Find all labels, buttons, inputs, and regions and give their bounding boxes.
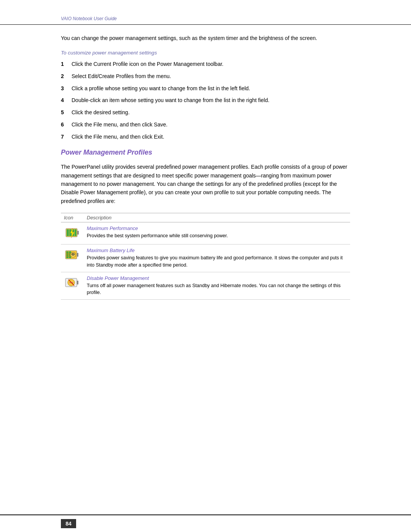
step-number: 2 bbox=[61, 72, 72, 81]
section-title: Power Management Profiles bbox=[61, 149, 350, 157]
svg-rect-2 bbox=[67, 229, 69, 236]
svg-rect-5 bbox=[75, 229, 76, 236]
step-text: Click the File menu, and then click Exit… bbox=[72, 133, 350, 141]
profile-name: Maximum Performance bbox=[87, 225, 347, 231]
profile-description: Turns off all power management features … bbox=[87, 283, 341, 296]
table-row: OFF Disable Power Management Turns off a… bbox=[61, 272, 350, 300]
svg-point-14 bbox=[70, 252, 76, 257]
list-item: 5 Click the desired setting. bbox=[61, 109, 350, 117]
maximum-performance-icon bbox=[65, 225, 80, 241]
step-text: Select Edit/Create Profiles from the men… bbox=[72, 72, 350, 81]
disable-power-management-icon: OFF bbox=[65, 275, 80, 291]
step-text: Double-click an item whose setting you w… bbox=[72, 96, 350, 105]
step-number: 4 bbox=[61, 96, 72, 105]
page-number: 84 bbox=[61, 519, 76, 528]
svg-rect-15 bbox=[72, 253, 73, 254]
icon-cell bbox=[61, 222, 84, 244]
step-number: 5 bbox=[61, 109, 72, 117]
icon-cell bbox=[61, 244, 84, 272]
step-text: Click the Current Profile icon on the Po… bbox=[72, 60, 350, 69]
col-header-desc: Description bbox=[84, 213, 350, 222]
intro-paragraph: You can change the power management sett… bbox=[61, 34, 350, 42]
table-row: Maximum Performance Provides the best sy… bbox=[61, 222, 350, 244]
profiles-table: Icon Description bbox=[61, 213, 350, 300]
profile-desc-cell: Disable Power Management Turns off all p… bbox=[84, 272, 350, 300]
table-row: Maximum Battery Life Provides power savi… bbox=[61, 244, 350, 272]
page-container: VAIO Notebook User Guide You can change … bbox=[0, 0, 411, 532]
svg-rect-8 bbox=[77, 253, 78, 257]
step-number: 3 bbox=[61, 85, 72, 93]
svg-rect-16 bbox=[73, 253, 74, 254]
step-number: 6 bbox=[61, 121, 72, 129]
step-text: Click the desired setting. bbox=[72, 109, 350, 117]
profile-description: Provides the best system performance whi… bbox=[87, 233, 228, 238]
max-perf-svg bbox=[65, 226, 80, 240]
list-item: 2 Select Edit/Create Profiles from the m… bbox=[61, 72, 350, 81]
list-item: 3 Click a profile whose setting you want… bbox=[61, 85, 350, 93]
list-item: 4 Double-click an item whose setting you… bbox=[61, 96, 350, 105]
list-item: 7 Click the File menu, and then click Ex… bbox=[61, 133, 350, 141]
breadcrumb: VAIO Notebook User Guide bbox=[61, 16, 117, 21]
steps-list: 1 Click the Current Profile icon on the … bbox=[61, 60, 350, 141]
list-item: 6 Click the File menu, and then click Sa… bbox=[61, 121, 350, 129]
profile-description: Provides power saving features to give y… bbox=[87, 255, 343, 268]
svg-rect-18 bbox=[77, 281, 78, 284]
profile-name: Maximum Battery Life bbox=[87, 248, 347, 253]
col-header-icon: Icon bbox=[61, 213, 84, 222]
maximum-battery-life-icon bbox=[65, 248, 80, 263]
icon-cell: OFF bbox=[61, 272, 84, 300]
step-text: Click a profile whose setting you want t… bbox=[72, 85, 350, 93]
step-number: 7 bbox=[61, 133, 72, 141]
page-footer: 84 bbox=[0, 514, 411, 532]
svg-rect-1 bbox=[77, 231, 79, 235]
profile-desc-cell: Maximum Performance Provides the best sy… bbox=[84, 222, 350, 244]
list-item: 1 Click the Current Profile icon on the … bbox=[61, 60, 350, 69]
step-number: 1 bbox=[61, 60, 72, 69]
max-battery-svg bbox=[65, 248, 80, 262]
profile-desc-cell: Maximum Battery Life Provides power savi… bbox=[84, 244, 350, 272]
table-header-row: Icon Description bbox=[61, 213, 350, 222]
body-paragraph: The PowerPanel utility provides several … bbox=[61, 163, 350, 205]
content-area: You can change the power management sett… bbox=[0, 25, 411, 514]
page-header: VAIO Notebook User Guide bbox=[0, 0, 411, 25]
subsection-heading: To customize power management settings bbox=[61, 50, 350, 56]
disable-pm-svg: OFF bbox=[65, 276, 80, 290]
profile-name: Disable Power Management bbox=[87, 275, 347, 281]
step-text: Click the File menu, and then click Save… bbox=[72, 121, 350, 129]
